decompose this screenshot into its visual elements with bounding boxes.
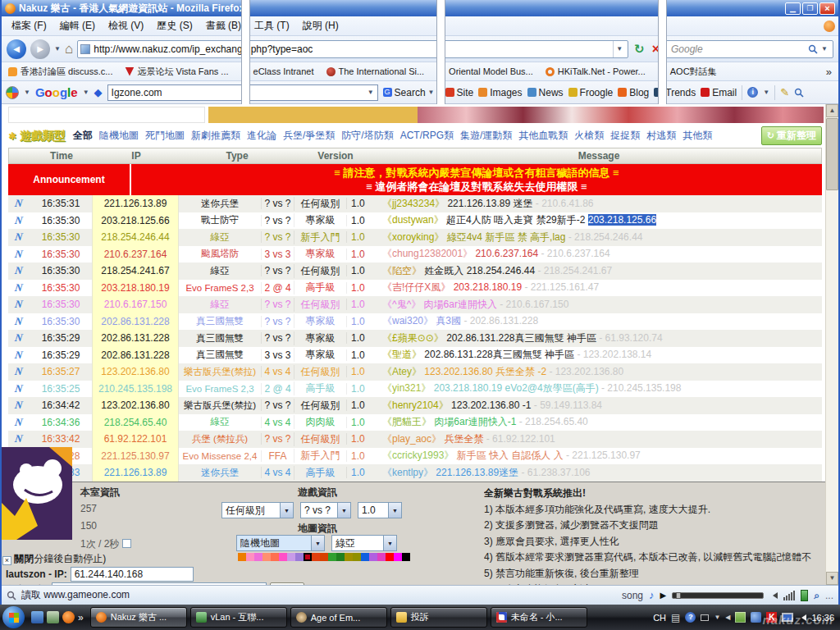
explorer-icon[interactable]	[47, 611, 59, 623]
menu-item[interactable]: 編輯 (E)	[53, 17, 102, 34]
google-search-button[interactable]: G Search ▼	[383, 87, 435, 98]
table-row[interactable]: N16:35:25210.245.135.198Evo FrameS 2,32 …	[8, 381, 822, 398]
show-desktop-icon[interactable]	[31, 611, 43, 623]
taskbar-task[interactable]: 未命名 - 小...	[491, 607, 587, 628]
category-link[interactable]: 火槍類	[574, 129, 604, 143]
palette-color[interactable]	[271, 553, 279, 561]
palette-color[interactable]	[320, 553, 328, 561]
palette-color[interactable]	[262, 553, 271, 561]
table-row[interactable]: N16:35:29202.86.131.228真三國無雙? vs ?專家級1.0…	[8, 330, 822, 347]
url-dropdown-icon[interactable]: ▼	[613, 41, 625, 57]
play-button[interactable]: ▶	[660, 591, 667, 600]
rate-checkbox[interactable]	[122, 539, 131, 548]
help-tray-icon[interactable]: ?	[685, 612, 696, 623]
table-row[interactable]: N16:30:33221.126.13.89迷你兵堡4 vs 4高手級1.0《k…	[8, 464, 822, 482]
palette-color[interactable]	[377, 553, 386, 561]
room-message[interactable]: 《肥貓王》 肉場6ar連開快入-1 - 218.254.65.40	[376, 415, 822, 429]
taskbar-task[interactable]: 投訴	[390, 607, 487, 628]
zoom-plus-icon[interactable]: ⌕	[814, 590, 819, 601]
volume-bars[interactable]	[783, 591, 795, 600]
tray-expand-left-icon[interactable]: ◀	[725, 614, 730, 621]
table-row[interactable]: N16:35:30203.218.125.66戰士防守? vs ?專家級1.0《…	[8, 212, 822, 230]
map-select[interactable]: 綠亞▼	[331, 535, 397, 551]
palette-color[interactable]	[345, 553, 353, 561]
bookmark-item[interactable]: 远景论坛 Vista Fans ...	[125, 66, 228, 78]
messenger-tray-icon[interactable]	[751, 612, 761, 623]
room-message[interactable]: 《ccricky1993》 新手區 快入 自認係人 入 - 221.125.13…	[376, 449, 822, 463]
category-link[interactable]: 村逃類	[646, 129, 676, 143]
table-row[interactable]: N16:35:30202.86.131.228真三國無雙? vs ?專家級1.0…	[8, 313, 822, 331]
search-icon[interactable]	[808, 44, 818, 54]
bookmarks-overflow-chevron[interactable]: »	[826, 66, 832, 78]
room-message[interactable]: 《play_aoc》 兵堡全禁 - 61.92.122.101	[376, 432, 822, 446]
category-link[interactable]: 新劇推薦類	[191, 129, 240, 143]
speaker-icon[interactable]	[769, 592, 778, 599]
dropdown-arrow-icon[interactable]: ▼	[388, 503, 401, 518]
scrollbar-thumb[interactable]	[826, 118, 838, 190]
history-dropdown-icon[interactable]: ▼	[54, 45, 61, 52]
toolbar-search-icon[interactable]	[794, 88, 804, 98]
info-icon[interactable]: i	[747, 87, 758, 98]
room-message[interactable]: 《£蘋果⊙⊙》 202.86.131.228真三國無雙 神手區 - 61.93.…	[376, 331, 822, 345]
firefox-quicklaunch-icon[interactable]	[62, 611, 75, 623]
scheduler-tray-icon[interactable]	[735, 612, 746, 623]
start-button[interactable]	[2, 606, 25, 628]
quicklaunch-overflow-chevron[interactable]: »	[78, 612, 84, 623]
table-row[interactable]: N16:35:27123.202.136.80樂古版兵堡(禁拉)4 vs 4任何…	[8, 363, 822, 381]
message-input[interactable]	[52, 582, 267, 585]
dropdown-arrow-icon[interactable]: ▼	[383, 536, 396, 550]
table-row[interactable]: N16:35:30210.6.167.150綠亞? vs ?任何級別1.0《^鬼…	[8, 296, 822, 313]
category-link[interactable]: 全部	[73, 129, 93, 143]
room-message[interactable]: 《xoroyking》 綠亞4v4 新手區 禁 高手,lag - 218.254…	[376, 231, 822, 244]
taskbar-task[interactable]: vLan - 互聯...	[190, 607, 287, 628]
palette-color[interactable]	[402, 553, 410, 561]
page-scrollbar[interactable]: ▲ ▼	[825, 104, 838, 585]
table-row[interactable]: N16:35:29202.86.131.228真三國無雙3 vs 3專家級1.0…	[8, 347, 822, 364]
forward-button[interactable]: ▶	[30, 39, 50, 59]
palette-color[interactable]	[279, 553, 287, 561]
maximize-button[interactable]: ❐	[802, 2, 818, 15]
clock[interactable]: 16:36	[811, 613, 834, 623]
palette-color[interactable]	[336, 553, 345, 561]
highlighter-icon[interactable]: ✎	[780, 86, 789, 98]
table-row[interactable]: N16:33:4261.92.122.101兵堡 (禁拉兵)? vs ?任何級別…	[8, 431, 822, 448]
google-search-dropdown-icon[interactable]: ▼	[368, 89, 374, 96]
table-row[interactable]: N16:35:30210.6.237.164颱風塔防3 vs 3專家級1.0《c…	[8, 246, 822, 263]
gtoolbar-news-button[interactable]: News	[527, 87, 564, 98]
category-link[interactable]: 其他類	[682, 129, 712, 143]
palette-color[interactable]	[369, 553, 377, 561]
category-link[interactable]: 捉捉類	[610, 129, 640, 143]
room-message[interactable]: 《wai320》 真3國 - 202.86.131.228	[376, 314, 822, 328]
dropdown-arrow-icon[interactable]: ▼	[311, 536, 324, 550]
search-options-dropdown-icon[interactable]: ▼	[428, 89, 435, 96]
language-indicator[interactable]: CH	[653, 613, 666, 623]
table-row[interactable]: N16:35:31221.126.13.89迷你兵堡? vs ?任何級別1.0《…	[8, 195, 822, 212]
dropdown-arrow-icon[interactable]: ▼	[280, 503, 293, 518]
table-row[interactable]: N16:35:30218.254.241.67綠亞? vs ?任何級別1.0《陷…	[8, 262, 822, 280]
room-message[interactable]: 《kentlpy》 221.126.13.89迷堡 - 61.238.37.10…	[376, 466, 822, 480]
level-select[interactable]: 任何級別▼	[221, 502, 294, 518]
room-message[interactable]: 《jj2343234》 221.126.13.89 迷堡 - 210.6.41.…	[376, 197, 822, 211]
tray-expand-down-icon[interactable]: ▼	[714, 614, 720, 621]
back-button[interactable]: ◀	[7, 39, 26, 59]
palette-color[interactable]	[254, 553, 262, 561]
room-message[interactable]: 《聖道》 202.86.131.228真三國無雙 神手區 - 123.202.1…	[376, 348, 822, 362]
status-more[interactable]: ...	[825, 590, 833, 601]
display-tray-icon[interactable]	[782, 613, 793, 622]
keyboard-icon[interactable]: ▤	[671, 612, 680, 623]
gtoolbar-site-button[interactable]: Site	[445, 87, 474, 98]
palette-color[interactable]	[328, 553, 336, 561]
foxytunes-icon[interactable]	[801, 590, 808, 601]
minimize-button[interactable]: ▁	[785, 2, 801, 15]
search-engine-dropdown-icon[interactable]: ▼	[821, 45, 828, 52]
bookmark-item[interactable]: 香港討論區 discuss.c...	[8, 66, 112, 78]
ip-input[interactable]: 61.244.140.168	[71, 567, 194, 582]
song-progress-bar[interactable]	[672, 592, 764, 599]
gtoolbar-froogle-button[interactable]: Froogle	[568, 87, 614, 98]
room-message[interactable]: 《^鬼^》 肉場6ar連開快入 - 210.6.167.150	[376, 298, 822, 312]
palette-color[interactable]	[246, 553, 254, 561]
scroll-down-button[interactable]: ▼	[826, 572, 838, 585]
url-bar[interactable]: http://www.nakuz.com/ip_exchange.php?typ…	[77, 40, 628, 58]
room-message[interactable]: 《吉!仔仔X風》 203.218.180.19 - 221.125.161.47	[376, 281, 822, 294]
vs-select[interactable]: ? vs ?▼	[300, 502, 351, 518]
